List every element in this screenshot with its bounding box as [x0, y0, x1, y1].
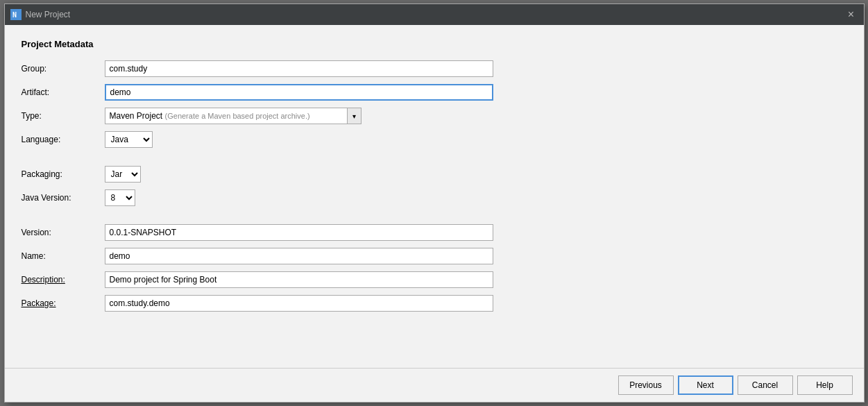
- artifact-input[interactable]: [105, 84, 493, 101]
- name-input[interactable]: [105, 248, 493, 264]
- packaging-select[interactable]: Jar War: [105, 166, 141, 183]
- packaging-label: Packaging:: [22, 169, 105, 179]
- dialog-title: New Project: [26, 10, 71, 19]
- help-button[interactable]: Help: [797, 375, 853, 395]
- package-label: Package:: [22, 298, 105, 308]
- title-bar: N New Project ×: [5, 4, 864, 25]
- group-label: Group:: [22, 64, 105, 74]
- dialog-body: Project Metadata Group: Artifact: Type: …: [5, 25, 864, 368]
- description-label: Description:: [22, 275, 105, 285]
- form-grid: Group: Artifact: Type: Maven Project (Ge…: [22, 60, 493, 312]
- version-input[interactable]: [105, 224, 493, 241]
- svg-text:N: N: [12, 11, 17, 19]
- previous-button[interactable]: Previous: [618, 375, 674, 395]
- type-label: Type:: [22, 111, 105, 121]
- next-button[interactable]: Next: [678, 375, 733, 395]
- language-select[interactable]: Java Kotlin Groovy: [105, 131, 153, 148]
- type-select-text: Maven Project (Generate a Maven based pr…: [105, 110, 347, 122]
- dialog-footer: Previous Next Cancel Help: [5, 368, 864, 402]
- spacer-1: [22, 155, 493, 159]
- language-label: Language:: [22, 135, 105, 144]
- description-input[interactable]: [105, 271, 493, 288]
- new-project-dialog: N New Project × Project Metadata Group: …: [4, 3, 865, 403]
- package-input[interactable]: [105, 295, 493, 312]
- spacer-2: [22, 213, 493, 217]
- title-bar-left: N New Project: [10, 9, 71, 20]
- type-select[interactable]: Maven Project (Generate a Maven based pr…: [105, 108, 361, 124]
- java-version-select[interactable]: 8 11 17: [105, 189, 135, 206]
- group-input[interactable]: [105, 60, 493, 77]
- cancel-button[interactable]: Cancel: [738, 375, 793, 395]
- version-label: Version:: [22, 228, 105, 237]
- close-button[interactable]: ×: [844, 8, 858, 22]
- section-title: Project Metadata: [22, 39, 847, 49]
- name-label: Name:: [22, 251, 105, 261]
- type-dropdown-arrow-icon[interactable]: ▾: [347, 108, 361, 124]
- dialog-icon: N: [10, 9, 22, 20]
- java-version-label: Java Version:: [22, 193, 105, 203]
- artifact-label: Artifact:: [22, 87, 105, 97]
